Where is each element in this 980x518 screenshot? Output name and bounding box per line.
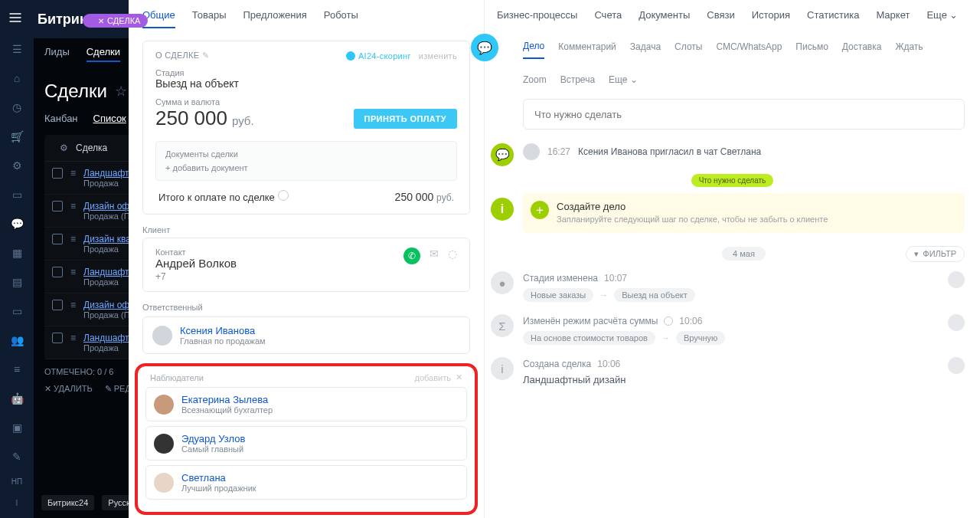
- tab-offers[interactable]: Предложения: [243, 6, 306, 28]
- delete-button[interactable]: ✕ УДАЛИТЬ: [44, 384, 93, 394]
- drag-icon[interactable]: ≡: [70, 267, 76, 287]
- drag-icon[interactable]: ≡: [70, 300, 76, 320]
- tab-general[interactable]: Общие: [142, 6, 175, 28]
- tl-tab-zoom[interactable]: Zoom: [523, 73, 547, 91]
- tab-bizproc[interactable]: Бизнес-процессы: [497, 6, 577, 27]
- total-label: Итого к оплате по сделке: [158, 192, 275, 203]
- stage-value: Выезд на объект: [155, 77, 457, 90]
- tab-products[interactable]: Товары: [192, 6, 227, 28]
- panel-right: Бизнес-процессы Счета Документы Связи Ис…: [485, 0, 980, 518]
- event-time: 10:06: [597, 359, 620, 369]
- info-icon[interactable]: [664, 316, 673, 326]
- tab-robots[interactable]: Роботы: [324, 6, 358, 28]
- tab-more[interactable]: Еще ⌄: [926, 6, 957, 27]
- add-document-link[interactable]: + добавить документ: [165, 163, 447, 172]
- sidebar-link-icon[interactable]: ⚙: [9, 158, 24, 173]
- phone-icon[interactable]: ✆: [403, 248, 420, 264]
- nav-tab-deals[interactable]: Сделки: [87, 46, 120, 62]
- todo-card[interactable]: i ＋ Создайте дело Запланируйте следующий…: [523, 193, 965, 233]
- observer-item[interactable]: СветланаЛучший продажник: [145, 465, 467, 500]
- row-checkbox[interactable]: [52, 201, 63, 211]
- tl-tab-sms[interactable]: СМС/WhatsApp: [716, 40, 782, 58]
- chat-icon[interactable]: ◌: [448, 248, 457, 264]
- view-kanban[interactable]: Канбан: [44, 113, 78, 124]
- tl-tab-task[interactable]: Задача: [630, 40, 661, 58]
- tab-statistics[interactable]: Статистика: [807, 6, 859, 27]
- info-icon[interactable]: [278, 190, 289, 201]
- sidebar-clock-icon[interactable]: ◷: [9, 100, 24, 115]
- page-title: Сделки: [44, 80, 107, 102]
- drag-icon[interactable]: ≡: [70, 168, 76, 188]
- observer-name[interactable]: Светлана: [181, 472, 256, 484]
- sidebar-card-icon[interactable]: ▭: [9, 187, 24, 202]
- tab-history[interactable]: История: [752, 6, 790, 27]
- hamburger-icon[interactable]: [8, 10, 26, 28]
- edit-link[interactable]: изменить: [419, 51, 457, 61]
- sidebar-db-icon[interactable]: ≡: [9, 362, 24, 377]
- observer-name[interactable]: Екатерина Зылева: [181, 394, 273, 405]
- timeline-input[interactable]: [534, 109, 953, 120]
- responsible-name[interactable]: Ксения Иванова: [180, 325, 266, 336]
- tl-tab-comment[interactable]: Комментарий: [558, 40, 616, 58]
- footer-brand[interactable]: Битрикс24: [41, 495, 94, 510]
- deal-chip[interactable]: ✕ СДЕЛКА: [83, 14, 148, 28]
- tab-connections[interactable]: Связи: [707, 6, 734, 27]
- nav-tab-leads[interactable]: Лиды: [44, 46, 70, 62]
- tl-tab-more[interactable]: Еще ⌄: [609, 73, 638, 91]
- drag-icon[interactable]: ≡: [70, 201, 76, 221]
- sidebar-robot-icon[interactable]: 🤖: [9, 391, 24, 406]
- view-list[interactable]: Список: [93, 113, 126, 124]
- plus-icon[interactable]: ＋: [531, 201, 549, 219]
- add-observer-link[interactable]: добавить✕: [415, 372, 462, 382]
- sidebar-home-icon[interactable]: ⌂: [9, 70, 24, 86]
- row-checkbox[interactable]: [52, 267, 63, 277]
- sidebar-chat-icon[interactable]: 💬: [9, 216, 24, 231]
- close-icon[interactable]: ✕: [98, 17, 104, 25]
- observer-item[interactable]: Эдуард УзловСамый главный: [145, 426, 467, 461]
- responsible-person[interactable]: Ксения Иванова Главная по продажам: [142, 316, 470, 354]
- timeline-input-wrap[interactable]: [523, 99, 965, 130]
- accept-payment-button[interactable]: ПРИНЯТЬ ОПЛАТУ: [354, 109, 457, 129]
- tab-documents[interactable]: Документы: [639, 6, 690, 27]
- tl-tab-meeting[interactable]: Встреча: [560, 73, 595, 91]
- sidebar-pen-icon[interactable]: ✎: [9, 449, 24, 464]
- tab-invoices[interactable]: Счета: [594, 6, 622, 27]
- tab-market[interactable]: Маркет: [876, 6, 910, 27]
- tl-tab-delivery[interactable]: Доставка: [842, 40, 882, 58]
- contact-label: Контакт: [155, 248, 237, 257]
- sidebar-doc-icon[interactable]: ▤: [9, 274, 24, 290]
- sidebar-calendar-icon[interactable]: ▦: [9, 245, 24, 261]
- sidebar-box-icon[interactable]: ▣: [9, 420, 24, 435]
- row-checkbox[interactable]: [52, 168, 63, 179]
- observer-item[interactable]: Екатерина ЗылеваВсезнающий бухгалтер: [145, 387, 467, 421]
- ai-scoring[interactable]: AI24-скоринг: [346, 51, 411, 61]
- client-phone[interactable]: +7: [155, 271, 237, 282]
- gear-icon[interactable]: ⚙: [60, 143, 68, 153]
- sidebar-people-icon[interactable]: 👥: [9, 333, 24, 348]
- panel-left: Общие Товары Предложения Роботы О СДЕЛКЕ…: [129, 0, 485, 518]
- tl-tab-todo[interactable]: Дело: [523, 39, 544, 59]
- pencil-icon[interactable]: ✎: [202, 51, 209, 60]
- timeline-pin-icon[interactable]: 💬: [471, 34, 498, 61]
- client-name[interactable]: Андрей Волков: [155, 257, 237, 270]
- sidebar-wallet-icon[interactable]: ▭: [9, 303, 24, 319]
- row-checkbox[interactable]: [52, 234, 63, 244]
- mail-icon[interactable]: ✉: [430, 248, 439, 264]
- tl-tab-slots[interactable]: Слоты: [675, 40, 702, 58]
- sidebar-cart-icon[interactable]: 🛒: [9, 129, 24, 144]
- sidebar-item-i[interactable]: I: [16, 500, 18, 507]
- sidebar-item-np[interactable]: НП: [11, 478, 22, 486]
- star-icon[interactable]: ☆: [115, 83, 127, 100]
- observer-name[interactable]: Эдуард Узлов: [181, 433, 245, 444]
- drag-icon[interactable]: ≡: [70, 333, 76, 352]
- drag-icon[interactable]: ≡: [70, 234, 76, 254]
- clear-icon[interactable]: ✕: [456, 372, 462, 382]
- filter-button[interactable]: ▾ФИЛЬТР: [906, 246, 965, 262]
- todo-subtitle: Запланируйте следующий шаг по сделке, чт…: [557, 215, 954, 224]
- tl-tab-mail[interactable]: Письмо: [795, 40, 828, 58]
- tl-tab-wait[interactable]: Ждать: [895, 40, 923, 58]
- sidebar-filter-icon[interactable]: ☰: [9, 41, 24, 57]
- row-checkbox[interactable]: [52, 333, 63, 343]
- client-contact-icons: ✆ ✉ ◌: [403, 248, 457, 264]
- row-checkbox[interactable]: [52, 300, 63, 310]
